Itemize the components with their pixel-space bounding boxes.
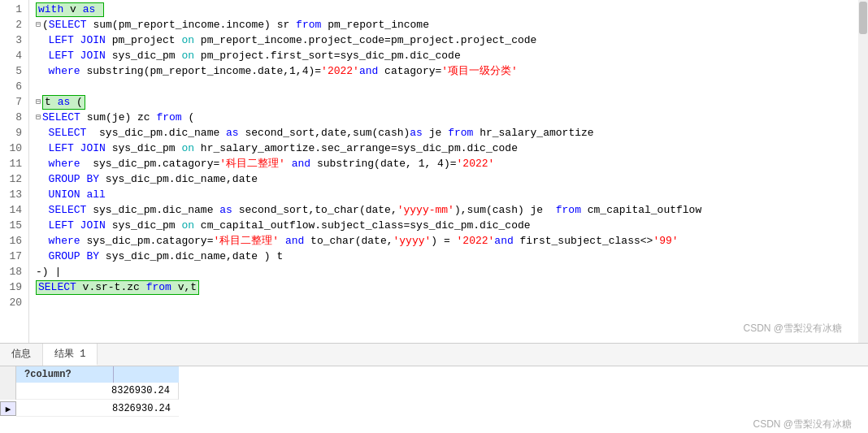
code-line-14: SELECT sys_dic_pm.dic_name as second_sor… — [36, 202, 852, 218]
result-value: 8326930.24 — [16, 383, 179, 400]
code-line-6 — [36, 79, 852, 94]
tab-result[interactable]: 结果 1 — [43, 344, 98, 366]
line-num-14: 14 — [7, 202, 22, 218]
line-num-4: 4 — [7, 48, 22, 63]
code-line-4: LEFT JOIN sys_dic_pm on pm_project.first… — [36, 48, 852, 63]
code-line-11: where sys_dic_pm.catagory='科目二整理' and su… — [36, 156, 852, 171]
column-header: ?column? — [16, 366, 114, 383]
code-line-9: SELECT sys_dic_pm.dic_name as second_sor… — [36, 125, 852, 141]
code-line-3: LEFT JOIN pm_project on pm_report_income… — [36, 32, 852, 48]
line-num-15: 15 — [7, 218, 22, 233]
result-arrow-row: ▶ 8326930.24 — [0, 401, 868, 417]
code-line-20 — [36, 295, 852, 310]
result-data-row: 8326930.24 — [16, 383, 179, 400]
line-num-1: 1 — [7, 2, 22, 17]
line-num-6: 6 — [7, 79, 22, 94]
result-value-row: 8326930.24 — [16, 401, 179, 417]
code-line-17: GROUP BY sys_dic_pm.dic_name,date ) t — [36, 249, 852, 264]
tab-bar: 信息 结果 1 — [0, 344, 868, 366]
collapse-icon-2: ⊟ — [36, 17, 41, 32]
highlight-1: with v as — [36, 2, 104, 17]
bottom-panel: 信息 结果 1 ?column? 8326930.24 ▶ 8326930.24… — [0, 343, 868, 433]
code-line-5: where substring(pm_report_income.date,1,… — [36, 63, 852, 79]
line-num-20: 20 — [7, 295, 22, 310]
code-line-19: SELECT v.sr-t.zc from v,t — [36, 279, 852, 295]
code-line-8: ⊟SELECT sum(je) zc from ( — [36, 110, 852, 125]
code-line-13: UNION all — [36, 187, 852, 202]
line-num-11: 11 — [7, 156, 22, 171]
line-num-18: 18 — [7, 264, 22, 279]
arrow-header — [0, 366, 16, 400]
code-line-18: -) | — [36, 264, 852, 279]
watermark-container: CSDN @雪梨没有冰糖 — [0, 417, 868, 433]
code-area[interactable]: with v as ⊟(SELECT sum(pm_report_income.… — [29, 0, 858, 343]
code-line-15: LEFT JOIN sys_dic_pm on cm_capital_outfl… — [36, 218, 852, 233]
result-table: ?column? 8326930.24 — [0, 366, 868, 400]
watermark: CSDN @雪梨没有冰糖 — [743, 321, 842, 336]
code-line-10: LEFT JOIN sys_dic_pm on hr_salary_amorti… — [36, 141, 852, 156]
line-num-7: 7 — [7, 94, 22, 110]
line-num-5: 5 — [7, 63, 22, 79]
line-num-17: 17 — [7, 249, 22, 264]
tab-info[interactable]: 信息 — [0, 344, 43, 366]
code-line-1: with v as — [36, 2, 852, 17]
line-num-19: 19 — [7, 279, 22, 295]
line-num-10: 10 — [7, 141, 22, 156]
line-num-3: 3 — [7, 32, 22, 48]
collapse-icon-7: ⊟ — [36, 94, 41, 110]
line-num-8: 8 — [7, 110, 22, 125]
code-line-2: ⊟(SELECT sum(pm_report_income.income) sr… — [36, 17, 852, 32]
line-num-16: 16 — [7, 233, 22, 249]
line-num-9: 9 — [7, 125, 22, 141]
collapse-icon-8: ⊟ — [36, 110, 41, 125]
result-area: ?column? 8326930.24 ▶ 8326930.24 — [0, 366, 868, 417]
line-num-13: 13 — [7, 187, 22, 202]
line-num-2: 2 — [7, 17, 22, 32]
line-numbers: 1 2 3 4 5 6 7 8 9 10 11 12 13 14 15 16 1… — [0, 0, 29, 343]
highlight-19: SELECT v.sr-t.zc from v,t — [36, 280, 199, 295]
line-num-12: 12 — [7, 171, 22, 187]
code-line-7: ⊟t as ( — [36, 94, 852, 110]
result-header-row: ?column? — [16, 366, 179, 383]
code-line-16: where sys_dic_pm.catagory='科目二整理' and to… — [36, 233, 852, 249]
result-row-arrow: ▶ — [0, 401, 16, 416]
code-line-12: GROUP BY sys_dic_pm.dic_name,date — [36, 171, 852, 187]
scrollbar-thumb — [859, 2, 867, 34]
scrollbar-right[interactable] — [858, 0, 868, 343]
watermark-text: CSDN @雪梨没有冰糖 — [753, 418, 852, 431]
editor-area: 1 2 3 4 5 6 7 8 9 10 11 12 13 14 15 16 1… — [0, 0, 868, 343]
highlight-7: t as ( — [42, 95, 85, 110]
